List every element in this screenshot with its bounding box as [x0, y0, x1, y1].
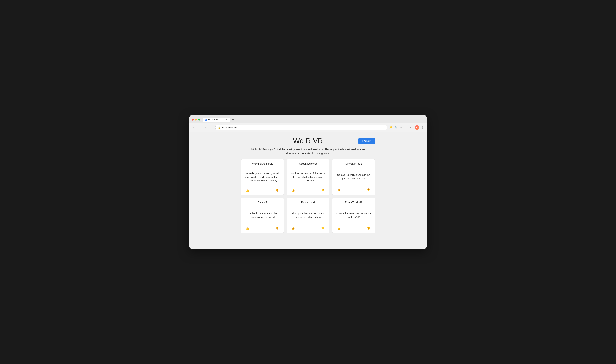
thumbs-down-icon-ocean-explorer: 👎	[321, 189, 324, 192]
new-tab-button[interactable]: +	[231, 117, 235, 122]
game-title-cars-vr: Cars VR	[257, 201, 267, 204]
lock-icon: 🔒	[218, 126, 221, 130]
game-card-robin-hood: Robin Hood Pick up the bow and arrow and…	[286, 198, 329, 233]
game-title-section-ocean-explorer: Ocean Explorer	[287, 159, 329, 168]
maximize-window-button[interactable]	[198, 118, 200, 121]
app-header: We R VR Log out Hi, Holly! Below you'll …	[241, 137, 375, 155]
tab-favicon-icon: R	[205, 118, 207, 121]
thumbs-down-icon-real-world-vr: 👎	[367, 227, 370, 230]
forward-button[interactable]: →	[198, 125, 202, 130]
game-title-section-world-of-authcraft: World of Authcraft	[241, 159, 283, 168]
game-actions-dinosaur-park: 👍 👎	[333, 185, 375, 194]
thumbs-down-icon-cars-vr: 👎	[275, 227, 279, 230]
game-description-real-world-vr: Explore the seven wonders of the world i…	[335, 212, 372, 219]
game-title-world-of-authcraft: World of Authcraft	[252, 162, 273, 165]
game-body-real-world-vr: Explore the seven wonders of the world i…	[333, 207, 375, 224]
game-description-robin-hood: Pick up the bow and arrow and master the…	[289, 212, 326, 219]
browser-content: We R VR Log out Hi, Holly! Below you'll …	[189, 132, 427, 248]
logout-button[interactable]: Log out	[358, 138, 375, 144]
traffic-lights	[192, 118, 200, 121]
thumbs-down-button-ocean-explorer[interactable]: 👎	[320, 188, 325, 193]
thumbs-up-icon-robin-hood: 👍	[292, 227, 295, 230]
nav-actions: 🔑 🔍 ☆ ℹ 🛡 H ⋮	[389, 125, 424, 130]
game-body-robin-hood: Pick up the bow and arrow and master the…	[287, 207, 329, 224]
game-description-world-of-authcraft: Battle bugs and protect yourself from in…	[244, 172, 281, 182]
thumbs-down-button-robin-hood[interactable]: 👎	[320, 226, 325, 231]
game-description-dinosaur-park: Go back 65 million years in the past and…	[335, 173, 372, 181]
thumbs-down-button-cars-vr[interactable]: 👎	[275, 226, 280, 231]
game-description-cars-vr: Get behind the wheel of the fastest cars…	[244, 212, 281, 219]
game-card-cars-vr: Cars VR Get behind the wheel of the fast…	[241, 198, 284, 233]
thumbs-up-icon-ocean-explorer: 👍	[292, 189, 295, 192]
thumbs-up-button-real-world-vr[interactable]: 👍	[336, 226, 341, 231]
game-body-ocean-explorer: Explore the depths of the sea in this on…	[287, 168, 329, 186]
thumbs-up-button-robin-hood[interactable]: 👍	[291, 226, 296, 231]
game-title-section-robin-hood: Robin Hood	[287, 198, 329, 207]
game-body-dinosaur-park: Go back 65 million years in the past and…	[333, 168, 375, 185]
home-button[interactable]: ⌂	[209, 125, 214, 130]
thumbs-down-icon-dinosaur-park: 👎	[367, 188, 370, 192]
game-body-world-of-authcraft: Battle bugs and protect yourself from in…	[241, 168, 283, 186]
thumbs-down-button-world-of-authcraft[interactable]: 👎	[275, 188, 280, 193]
game-body-cars-vr: Get behind the wheel of the fastest cars…	[241, 207, 283, 224]
games-grid: World of Authcraft Battle bugs and prote…	[241, 159, 375, 233]
zoom-icon[interactable]: 🔍	[394, 126, 398, 130]
minimize-window-button[interactable]	[195, 118, 197, 121]
game-title-ocean-explorer: Ocean Explorer	[299, 162, 317, 165]
thumbs-down-button-real-world-vr[interactable]: 👎	[366, 226, 371, 231]
browser-window: R React App × + ← → ↻ ⌂ 🔒 localhost:3000	[189, 116, 427, 248]
url-text: localhost:3000	[222, 126, 237, 129]
app-container: We R VR Log out Hi, Holly! Below you'll …	[241, 137, 375, 233]
tab-close-button[interactable]: ×	[226, 118, 228, 121]
game-title-section-real-world-vr: Real World VR	[333, 198, 375, 207]
game-actions-robin-hood: 👍 👎	[287, 224, 329, 233]
game-card-world-of-authcraft: World of Authcraft Battle bugs and prote…	[241, 159, 284, 195]
thumbs-down-button-dinosaur-park[interactable]: 👎	[366, 187, 371, 192]
thumbs-up-icon-cars-vr: 👍	[246, 227, 249, 230]
thumbs-up-button-world-of-authcraft[interactable]: 👍	[245, 188, 250, 193]
thumbs-up-icon-real-world-vr: 👍	[337, 227, 341, 230]
game-description-ocean-explorer: Explore the depths of the sea in this on…	[289, 172, 326, 182]
active-tab[interactable]: R React App ×	[203, 117, 230, 122]
thumbs-up-button-dinosaur-park[interactable]: 👍	[336, 187, 341, 192]
menu-button[interactable]: ⋮	[420, 126, 424, 130]
close-window-button[interactable]	[192, 118, 194, 121]
game-actions-cars-vr: 👍 👎	[241, 224, 283, 233]
tab-title-label: React App	[208, 118, 224, 121]
app-title: We R VR	[241, 137, 375, 145]
thumbs-up-button-cars-vr[interactable]: 👍	[245, 226, 250, 231]
game-title-robin-hood: Robin Hood	[301, 201, 315, 204]
shield-icon[interactable]: 🛡	[410, 126, 413, 130]
bookmark-icon[interactable]: ☆	[399, 126, 403, 130]
game-actions-ocean-explorer: 👍 👎	[287, 186, 329, 195]
game-title-real-world-vr: Real World VR	[345, 201, 362, 204]
game-card-real-world-vr: Real World VR Explore the seven wonders …	[332, 198, 375, 233]
browser-titlebar: R React App × +	[189, 116, 427, 123]
back-button[interactable]: ←	[192, 125, 196, 130]
browser-controls: R React App × +	[192, 117, 424, 122]
game-title-section-cars-vr: Cars VR	[241, 198, 283, 207]
game-card-ocean-explorer: Ocean Explorer Explore the depths of the…	[286, 159, 329, 195]
game-actions-real-world-vr: 👍 👎	[333, 224, 375, 233]
game-title-dinosaur-park: Dinosaur Park	[346, 162, 362, 165]
address-bar[interactable]: 🔒 localhost:3000	[215, 125, 387, 130]
game-actions-world-of-authcraft: 👍 👎	[241, 186, 283, 195]
thumbs-down-icon-robin-hood: 👎	[321, 227, 324, 230]
welcome-message: Hi, Holly! Below you'll find the latest …	[250, 147, 366, 155]
user-avatar[interactable]: H	[415, 125, 419, 130]
key-icon[interactable]: 🔑	[389, 126, 393, 130]
game-card-dinosaur-park: Dinosaur Park Go back 65 million years i…	[332, 159, 375, 195]
thumbs-up-icon-dinosaur-park: 👍	[337, 188, 341, 192]
thumbs-up-icon-world-of-authcraft: 👍	[246, 189, 249, 192]
info-icon[interactable]: ℹ	[404, 126, 408, 130]
browser-nav: ← → ↻ ⌂ 🔒 localhost:3000 🔑 🔍 ☆ ℹ 🛡 H ⋮	[189, 123, 427, 132]
game-title-section-dinosaur-park: Dinosaur Park	[333, 159, 375, 168]
tab-bar: R React App × +	[203, 117, 235, 122]
refresh-button[interactable]: ↻	[204, 125, 208, 130]
thumbs-down-icon-world-of-authcraft: 👎	[275, 189, 279, 192]
thumbs-up-button-ocean-explorer[interactable]: 👍	[291, 188, 296, 193]
